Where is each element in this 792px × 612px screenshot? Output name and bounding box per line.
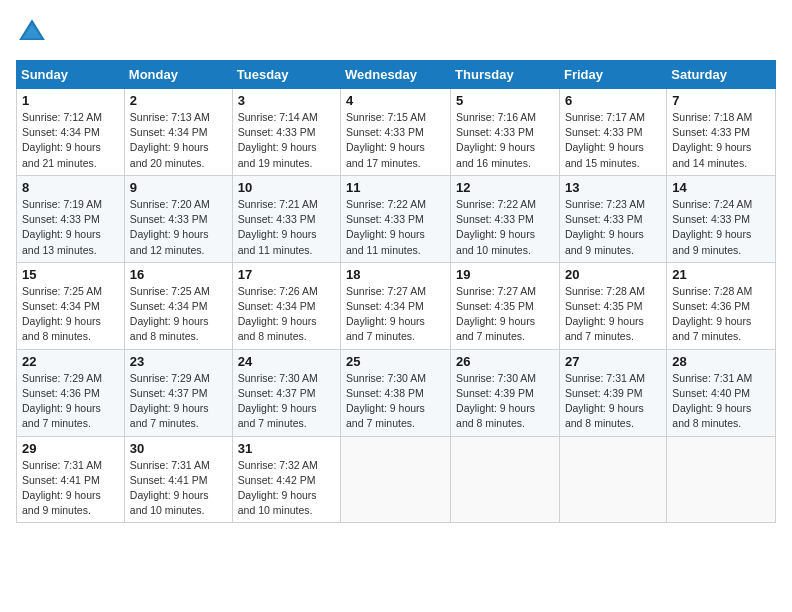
day-number: 26 <box>456 354 554 369</box>
day-number: 28 <box>672 354 770 369</box>
calendar-cell: 28Sunrise: 7:31 AM Sunset: 4:40 PM Dayli… <box>667 349 776 436</box>
day-number: 8 <box>22 180 119 195</box>
day-info: Sunrise: 7:28 AM Sunset: 4:36 PM Dayligh… <box>672 284 770 345</box>
day-number: 2 <box>130 93 227 108</box>
calendar-header-monday: Monday <box>124 61 232 89</box>
calendar-cell: 30Sunrise: 7:31 AM Sunset: 4:41 PM Dayli… <box>124 436 232 523</box>
day-info: Sunrise: 7:30 AM Sunset: 4:39 PM Dayligh… <box>456 371 554 432</box>
day-number: 3 <box>238 93 335 108</box>
day-number: 14 <box>672 180 770 195</box>
day-info: Sunrise: 7:28 AM Sunset: 4:35 PM Dayligh… <box>565 284 661 345</box>
day-number: 19 <box>456 267 554 282</box>
day-number: 9 <box>130 180 227 195</box>
calendar-header-friday: Friday <box>559 61 666 89</box>
calendar-cell: 5Sunrise: 7:16 AM Sunset: 4:33 PM Daylig… <box>451 89 560 176</box>
calendar-cell <box>341 436 451 523</box>
calendar-header-thursday: Thursday <box>451 61 560 89</box>
day-number: 1 <box>22 93 119 108</box>
calendar-header-sunday: Sunday <box>17 61 125 89</box>
day-info: Sunrise: 7:32 AM Sunset: 4:42 PM Dayligh… <box>238 458 335 519</box>
calendar-cell: 2Sunrise: 7:13 AM Sunset: 4:34 PM Daylig… <box>124 89 232 176</box>
day-number: 10 <box>238 180 335 195</box>
calendar-cell: 19Sunrise: 7:27 AM Sunset: 4:35 PM Dayli… <box>451 262 560 349</box>
day-info: Sunrise: 7:12 AM Sunset: 4:34 PM Dayligh… <box>22 110 119 171</box>
day-info: Sunrise: 7:21 AM Sunset: 4:33 PM Dayligh… <box>238 197 335 258</box>
day-info: Sunrise: 7:24 AM Sunset: 4:33 PM Dayligh… <box>672 197 770 258</box>
calendar-cell <box>667 436 776 523</box>
calendar-cell: 7Sunrise: 7:18 AM Sunset: 4:33 PM Daylig… <box>667 89 776 176</box>
day-number: 16 <box>130 267 227 282</box>
day-number: 22 <box>22 354 119 369</box>
calendar-week-row: 15Sunrise: 7:25 AM Sunset: 4:34 PM Dayli… <box>17 262 776 349</box>
calendar-cell: 12Sunrise: 7:22 AM Sunset: 4:33 PM Dayli… <box>451 175 560 262</box>
calendar-cell: 31Sunrise: 7:32 AM Sunset: 4:42 PM Dayli… <box>232 436 340 523</box>
day-info: Sunrise: 7:22 AM Sunset: 4:33 PM Dayligh… <box>456 197 554 258</box>
calendar-cell: 9Sunrise: 7:20 AM Sunset: 4:33 PM Daylig… <box>124 175 232 262</box>
day-info: Sunrise: 7:22 AM Sunset: 4:33 PM Dayligh… <box>346 197 445 258</box>
day-number: 27 <box>565 354 661 369</box>
day-info: Sunrise: 7:23 AM Sunset: 4:33 PM Dayligh… <box>565 197 661 258</box>
logo <box>16 16 52 48</box>
calendar-cell <box>451 436 560 523</box>
day-info: Sunrise: 7:13 AM Sunset: 4:34 PM Dayligh… <box>130 110 227 171</box>
day-number: 13 <box>565 180 661 195</box>
day-info: Sunrise: 7:31 AM Sunset: 4:40 PM Dayligh… <box>672 371 770 432</box>
page-header <box>16 16 776 48</box>
calendar-cell: 20Sunrise: 7:28 AM Sunset: 4:35 PM Dayli… <box>559 262 666 349</box>
day-number: 24 <box>238 354 335 369</box>
calendar-week-row: 22Sunrise: 7:29 AM Sunset: 4:36 PM Dayli… <box>17 349 776 436</box>
day-info: Sunrise: 7:25 AM Sunset: 4:34 PM Dayligh… <box>22 284 119 345</box>
day-number: 18 <box>346 267 445 282</box>
day-number: 29 <box>22 441 119 456</box>
day-number: 4 <box>346 93 445 108</box>
day-number: 21 <box>672 267 770 282</box>
calendar-cell: 1Sunrise: 7:12 AM Sunset: 4:34 PM Daylig… <box>17 89 125 176</box>
day-info: Sunrise: 7:25 AM Sunset: 4:34 PM Dayligh… <box>130 284 227 345</box>
calendar-cell: 10Sunrise: 7:21 AM Sunset: 4:33 PM Dayli… <box>232 175 340 262</box>
day-info: Sunrise: 7:31 AM Sunset: 4:41 PM Dayligh… <box>22 458 119 519</box>
day-info: Sunrise: 7:15 AM Sunset: 4:33 PM Dayligh… <box>346 110 445 171</box>
day-info: Sunrise: 7:31 AM Sunset: 4:39 PM Dayligh… <box>565 371 661 432</box>
day-info: Sunrise: 7:29 AM Sunset: 4:37 PM Dayligh… <box>130 371 227 432</box>
day-number: 6 <box>565 93 661 108</box>
day-info: Sunrise: 7:30 AM Sunset: 4:37 PM Dayligh… <box>238 371 335 432</box>
calendar-week-row: 8Sunrise: 7:19 AM Sunset: 4:33 PM Daylig… <box>17 175 776 262</box>
day-info: Sunrise: 7:26 AM Sunset: 4:34 PM Dayligh… <box>238 284 335 345</box>
calendar-cell: 6Sunrise: 7:17 AM Sunset: 4:33 PM Daylig… <box>559 89 666 176</box>
calendar-table: SundayMondayTuesdayWednesdayThursdayFrid… <box>16 60 776 523</box>
day-number: 31 <box>238 441 335 456</box>
day-info: Sunrise: 7:29 AM Sunset: 4:36 PM Dayligh… <box>22 371 119 432</box>
day-number: 12 <box>456 180 554 195</box>
calendar-header-tuesday: Tuesday <box>232 61 340 89</box>
day-number: 20 <box>565 267 661 282</box>
day-number: 15 <box>22 267 119 282</box>
calendar-header-saturday: Saturday <box>667 61 776 89</box>
day-info: Sunrise: 7:30 AM Sunset: 4:38 PM Dayligh… <box>346 371 445 432</box>
calendar-cell: 13Sunrise: 7:23 AM Sunset: 4:33 PM Dayli… <box>559 175 666 262</box>
calendar-cell: 29Sunrise: 7:31 AM Sunset: 4:41 PM Dayli… <box>17 436 125 523</box>
calendar-body: 1Sunrise: 7:12 AM Sunset: 4:34 PM Daylig… <box>17 89 776 523</box>
day-info: Sunrise: 7:18 AM Sunset: 4:33 PM Dayligh… <box>672 110 770 171</box>
day-info: Sunrise: 7:31 AM Sunset: 4:41 PM Dayligh… <box>130 458 227 519</box>
day-info: Sunrise: 7:14 AM Sunset: 4:33 PM Dayligh… <box>238 110 335 171</box>
calendar-cell: 24Sunrise: 7:30 AM Sunset: 4:37 PM Dayli… <box>232 349 340 436</box>
calendar-cell: 4Sunrise: 7:15 AM Sunset: 4:33 PM Daylig… <box>341 89 451 176</box>
day-info: Sunrise: 7:19 AM Sunset: 4:33 PM Dayligh… <box>22 197 119 258</box>
day-number: 23 <box>130 354 227 369</box>
calendar-cell: 8Sunrise: 7:19 AM Sunset: 4:33 PM Daylig… <box>17 175 125 262</box>
logo-icon <box>16 16 48 48</box>
calendar-cell: 21Sunrise: 7:28 AM Sunset: 4:36 PM Dayli… <box>667 262 776 349</box>
day-number: 30 <box>130 441 227 456</box>
calendar-cell: 26Sunrise: 7:30 AM Sunset: 4:39 PM Dayli… <box>451 349 560 436</box>
calendar-cell: 22Sunrise: 7:29 AM Sunset: 4:36 PM Dayli… <box>17 349 125 436</box>
calendar-cell: 15Sunrise: 7:25 AM Sunset: 4:34 PM Dayli… <box>17 262 125 349</box>
calendar-cell: 25Sunrise: 7:30 AM Sunset: 4:38 PM Dayli… <box>341 349 451 436</box>
calendar-cell: 16Sunrise: 7:25 AM Sunset: 4:34 PM Dayli… <box>124 262 232 349</box>
calendar-cell: 3Sunrise: 7:14 AM Sunset: 4:33 PM Daylig… <box>232 89 340 176</box>
calendar-header-row: SundayMondayTuesdayWednesdayThursdayFrid… <box>17 61 776 89</box>
day-number: 11 <box>346 180 445 195</box>
calendar-header-wednesday: Wednesday <box>341 61 451 89</box>
day-info: Sunrise: 7:16 AM Sunset: 4:33 PM Dayligh… <box>456 110 554 171</box>
calendar-cell: 27Sunrise: 7:31 AM Sunset: 4:39 PM Dayli… <box>559 349 666 436</box>
day-number: 17 <box>238 267 335 282</box>
